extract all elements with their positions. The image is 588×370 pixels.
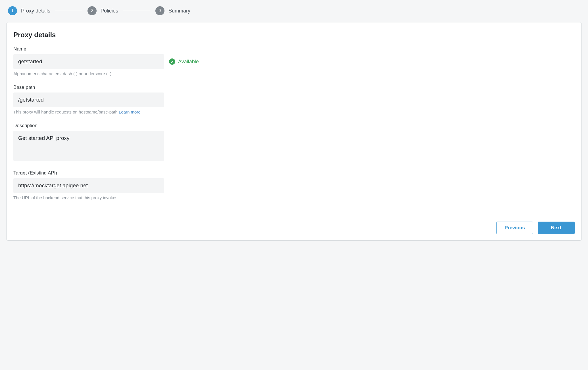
wizard-footer: Previous Next xyxy=(13,210,575,234)
card-title: Proxy details xyxy=(13,31,575,39)
proxy-details-card: Proxy details Name Available Alphanumeri… xyxy=(6,22,582,241)
basepath-field-group: Base path This proxy will handle request… xyxy=(13,85,575,114)
basepath-helper-text: This proxy will handle requests on hostn… xyxy=(13,110,575,114)
step-number-badge: 2 xyxy=(87,6,97,15)
step-number-badge: 3 xyxy=(155,6,164,15)
step-label: Policies xyxy=(101,8,118,14)
name-field-group: Name Available Alphanumeric characters, … xyxy=(13,46,575,76)
step-label: Proxy details xyxy=(21,8,50,14)
description-input[interactable] xyxy=(13,131,164,161)
name-helper-text: Alphanumeric characters, dash (-) or und… xyxy=(13,71,575,76)
learn-more-link[interactable]: Learn more xyxy=(119,110,141,114)
description-field-group: Description xyxy=(13,123,575,162)
target-field-group: Target (Existing API) The URL of the bac… xyxy=(13,170,575,200)
step-label: Summary xyxy=(168,8,190,14)
step-policies[interactable]: 2 Policies xyxy=(87,6,118,15)
check-circle-icon xyxy=(169,58,175,65)
next-button[interactable]: Next xyxy=(538,222,575,234)
stepper: 1 Proxy details 2 Policies 3 Summary xyxy=(6,6,582,15)
description-label: Description xyxy=(13,123,575,129)
step-separator xyxy=(55,11,82,11)
basepath-label: Base path xyxy=(13,85,575,90)
name-label: Name xyxy=(13,46,575,52)
step-number-badge: 1 xyxy=(8,6,17,15)
step-summary[interactable]: 3 Summary xyxy=(155,6,190,15)
target-label: Target (Existing API) xyxy=(13,170,575,176)
target-helper-text: The URL of the backend service that this… xyxy=(13,195,575,200)
basepath-input[interactable] xyxy=(13,93,164,107)
step-proxy-details[interactable]: 1 Proxy details xyxy=(8,6,50,15)
name-input[interactable] xyxy=(13,54,164,69)
step-separator xyxy=(123,11,150,11)
previous-button[interactable]: Previous xyxy=(496,222,533,234)
target-input[interactable] xyxy=(13,178,164,193)
availability-text: Available xyxy=(178,59,199,65)
availability-status: Available xyxy=(169,58,199,65)
